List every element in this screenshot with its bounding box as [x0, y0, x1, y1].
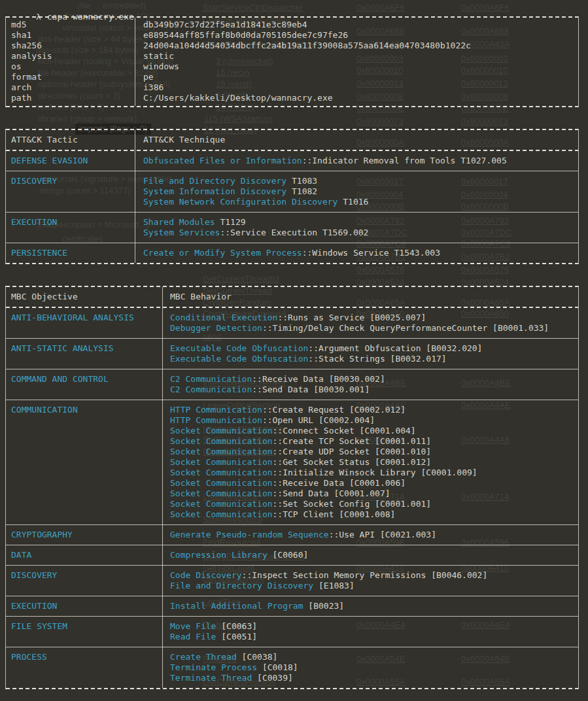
entry-line: C2 Communication::Receive Data [B0030.00… [170, 374, 578, 385]
row-entries-cell: HTTP Communication::Create Request [C000… [162, 405, 578, 520]
file-info-table: md5db349b97c37d22f5ea1d1841e3c89eb4sha1e… [5, 16, 579, 107]
entry-detail: ::Send Data [C0001.007] [273, 488, 390, 498]
file-info-row: pathC:/Users/kakkeli/Desktop/wannacry.ex… [6, 93, 578, 103]
mbc-row: EXECUTIONInstall Additional Program [B00… [6, 596, 578, 616]
mbc-header-row: MBC Objective MBC Behavior [6, 287, 578, 307]
entry-name: Obfuscated Files or Information [143, 156, 302, 165]
row-label-cell: PROCESS [6, 652, 162, 683]
entry-name: Socket Communication [170, 478, 273, 488]
attack-column-divider [135, 130, 135, 263]
entry-name: Read File [170, 632, 216, 641]
entry-detail: [C0051] [216, 632, 257, 641]
entry-detail: ::Create UDP Socket [C0001.010] [273, 447, 432, 456]
file-info-row: formatpe [6, 72, 578, 82]
entry-line: Code Discovery::Inspect Section Memory P… [170, 570, 578, 581]
mbc-row: COMMAND AND CONTROLC2 Communication::Rec… [6, 369, 578, 400]
row-label-cell: DISCOVERY [6, 570, 162, 591]
row-label: PERSISTENCE [11, 248, 67, 258]
mbc-row: ANTI-STATIC ANALYSISExecutable Code Obfu… [6, 339, 578, 369]
row-entries-cell: Shared Modules T1129System Services::Ser… [135, 217, 578, 238]
attack-table-body: DEFENSE EVASIONObfuscated Files or Infor… [6, 151, 578, 263]
terminal-screen[interactable]: (file ... embedded)footprints (count > 1… [0, 0, 588, 701]
entry-line: C2 Communication::Send Data [B0030.001] [170, 385, 578, 395]
entry-detail: ::Inspect Section Memory Permissions [B0… [242, 570, 488, 580]
file-info-row: archi386 [6, 82, 578, 93]
entry-line: HTTP Communication::Open URL [C0002.004] [170, 415, 578, 426]
file-info-key: path [6, 93, 135, 103]
row-entries-cell: Obfuscated Files or Information::Indicat… [135, 156, 578, 166]
entry-line: Socket Communication::Set Socket Config … [170, 499, 578, 509]
entry-name: Shared Modules [143, 217, 215, 227]
entry-name: Terminate Process [170, 662, 257, 672]
file-info-row: analysisstatic [6, 51, 578, 61]
file-info-value: db349b97c37d22f5ea1d1841e3c89eb4 [135, 20, 578, 30]
row-label: DATA [11, 550, 31, 560]
entry-name: HTTP Communication [170, 405, 262, 415]
entry-name: Install Additional Program [170, 601, 303, 611]
mbc-row: FILE SYSTEMMove File [C0063]Read File [C… [6, 617, 578, 647]
entry-detail: ::Set Socket Config [C0001.001] [273, 499, 432, 509]
entry-detail: [C0038] [237, 652, 278, 662]
entry-name: Create or Modify System Process [143, 248, 302, 258]
entry-name: File and Directory Discovery [170, 581, 313, 590]
mbc-row: DATACompression Library [C0060] [6, 545, 578, 565]
entry-line: Install Additional Program [B0023] [170, 601, 578, 611]
row-entries-cell: Install Additional Program [B0023] [162, 601, 578, 611]
entry-name: Executable Code Obfuscation [170, 354, 308, 364]
attack-row: DISCOVERYFile and Directory Discovery T1… [6, 171, 578, 212]
entry-detail: ::Windows Service T1543.003 [302, 248, 440, 258]
entry-name: C2 Communication [170, 374, 252, 384]
mbc-row: CRYPTOGRAPHYGenerate Pseudo-random Seque… [6, 525, 578, 545]
file-info-row: sha1e889544aff85ffaf8b0d0da705105dee7c97… [6, 30, 578, 41]
entry-name: Socket Communication [170, 468, 273, 477]
row-entries-cell: Compression Library [C0060] [162, 550, 578, 560]
entry-detail: ::Runs as Service [B0025.007] [277, 313, 426, 322]
entry-line: Obfuscated Files or Information::Indicat… [143, 156, 578, 166]
entry-detail: ::Receive Data [C0001.006] [273, 478, 406, 488]
entry-name: HTTP Communication [170, 415, 262, 425]
row-entries-cell: Generate Pseudo-random Sequence::Use API… [162, 530, 578, 540]
entry-line: Socket Communication::Receive Data [C000… [170, 478, 578, 488]
row-label: ANTI-STATIC ANALYSIS [11, 343, 114, 353]
terminal-output: λcapa wannacry.exe md5db349b97c37d22f5ea… [0, 0, 588, 701]
entry-line: File and Directory Discovery [E1083] [170, 581, 578, 591]
file-info-value: windows [135, 61, 578, 72]
mbc-table: MBC Objective MBC Behavior ANTI-BEHAVIOR… [5, 286, 579, 689]
entry-name: Create Thread [170, 652, 237, 662]
file-info-row: sha25624d004a104d4d54034dbcffc2a4b19a11f… [6, 41, 578, 51]
mbc-table-body: ANTI-BEHAVIORAL ANALYSISConditional Exec… [6, 308, 578, 688]
entry-line: System Information Discovery T1082 [143, 186, 578, 197]
entry-name: Compression Library [170, 550, 268, 560]
row-label: EXECUTION [11, 217, 57, 227]
entry-name: Socket Communication [170, 488, 273, 498]
row-entries-cell: Conditional Execution::Runs as Service [… [162, 313, 578, 333]
file-info-bottom-border [6, 106, 578, 107]
row-label-cell: CRYPTOGRAPHY [6, 530, 162, 540]
entry-line: Read File [C0051] [170, 632, 578, 642]
entry-line: Debugger Detection::Timing/Delay Check Q… [170, 323, 578, 333]
entry-line: HTTP Communication::Create Request [C000… [170, 405, 578, 415]
entry-detail: [E1083] [313, 581, 355, 590]
entry-detail: ::Initialize Winsock Library [C0001.009] [273, 468, 477, 477]
file-info-value: i386 [135, 82, 578, 93]
mbc-row: COMMUNICATIONHTTP Communication::Create … [6, 400, 578, 524]
row-label-cell: DEFENSE EVASION [6, 156, 135, 166]
file-info-column-divider [135, 18, 135, 106]
row-label: COMMUNICATION [11, 405, 78, 415]
row-entries-cell: Code Discovery::Inspect Section Memory P… [162, 570, 578, 591]
file-info-row: md5db349b97c37d22f5ea1d1841e3c89eb4 [6, 20, 578, 30]
row-entries-cell: Create Thread [C0038]Terminate Process [… [162, 652, 578, 683]
row-label: DEFENSE EVASION [11, 156, 88, 165]
attack-row: PERSISTENCECreate or Modify System Proce… [6, 243, 578, 263]
entry-name: Executable Code Obfuscation [170, 343, 308, 353]
attack-table: ATT&CK Tactic ATT&CK Technique DEFENSE E… [5, 129, 579, 264]
row-label-cell: PERSISTENCE [6, 248, 135, 258]
mbc-column-divider [162, 287, 163, 688]
entry-name: Generate Pseudo-random Sequence [170, 530, 329, 539]
entry-line: Generate Pseudo-random Sequence::Use API… [170, 530, 578, 540]
entry-name: Socket Communication [170, 457, 273, 467]
entry-line: Socket Communication::Get Socket Status … [170, 457, 578, 468]
entry-line: Conditional Execution::Runs as Service [… [170, 313, 578, 323]
attack-row: DEFENSE EVASIONObfuscated Files or Infor… [6, 151, 578, 171]
attack-tactic-header: ATT&CK Tactic [6, 135, 135, 145]
